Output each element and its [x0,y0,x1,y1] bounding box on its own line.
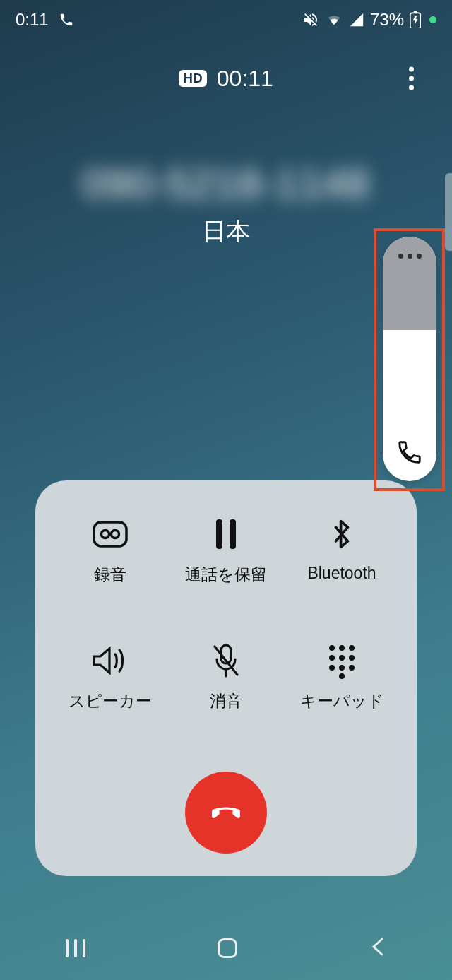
bluetooth-icon [330,516,354,553]
call-screen: 0:11 73% HD 00:11 090-5218-1148 日本 [0,0,452,980]
system-nav-bar [0,916,452,980]
mute-button[interactable]: 消音 [168,642,284,712]
call-duration: 00:11 [217,66,273,92]
svg-rect-1 [414,11,417,13]
speaker-icon [91,642,129,679]
svg-point-11 [339,645,345,651]
call-actions-panel: 録音 通話を保留 Bluetooth スピーカー [35,480,417,876]
hd-badge: HD [179,70,206,87]
mute-icon [302,11,319,28]
volume-phone-icon [396,439,423,468]
mic-off-icon [210,642,242,679]
svg-point-4 [112,531,119,538]
svg-point-10 [329,645,335,651]
signal-icon [349,12,364,28]
caller-region: 日本 [0,216,452,248]
hangup-icon [205,791,247,834]
status-time: 0:11 [16,10,49,30]
svg-point-14 [339,655,345,661]
recording-indicator-dot [429,16,436,23]
svg-point-18 [349,665,355,671]
svg-rect-6 [230,519,236,549]
svg-point-19 [339,673,345,679]
svg-point-15 [349,655,355,661]
speaker-label: スピーカー [69,690,152,712]
end-call-button[interactable] [185,772,267,854]
svg-rect-5 [216,519,222,549]
mute-label: 消音 [210,690,242,712]
hold-label: 通話を保留 [185,564,267,586]
bluetooth-button[interactable]: Bluetooth [284,516,400,586]
nav-back-button[interactable] [369,936,386,960]
pause-icon [214,516,238,553]
bluetooth-label: Bluetooth [307,564,376,583]
battery-icon [410,11,421,28]
more-options-button[interactable] [409,67,414,90]
volume-expand-button[interactable] [383,237,436,330]
keypad-label: キーパッド [300,690,384,712]
record-icon [92,516,129,553]
caller-number: 090-5218-1148 [0,160,452,207]
svg-point-12 [349,645,355,651]
svg-point-17 [339,665,345,671]
svg-point-13 [329,655,335,661]
battery-text: 73% [370,10,404,30]
speaker-button[interactable]: スピーカー [52,642,168,712]
call-header: HD 00:11 [0,61,452,96]
record-button[interactable]: 録音 [52,516,168,586]
nav-recent-button[interactable] [66,939,85,957]
status-bar: 0:11 73% [0,0,452,40]
nav-home-button[interactable] [218,938,237,958]
edge-panel-handle[interactable] [445,173,452,251]
svg-point-16 [329,665,335,671]
volume-slider-panel[interactable] [383,237,436,481]
caller-info: 090-5218-1148 日本 [0,160,452,248]
hold-button[interactable]: 通話を保留 [168,516,284,586]
keypad-icon [326,642,357,679]
wifi-icon [325,12,343,28]
phone-status-icon [59,12,74,28]
svg-point-3 [102,531,109,538]
record-label: 録音 [94,564,126,586]
keypad-button[interactable]: キーパッド [284,642,400,712]
